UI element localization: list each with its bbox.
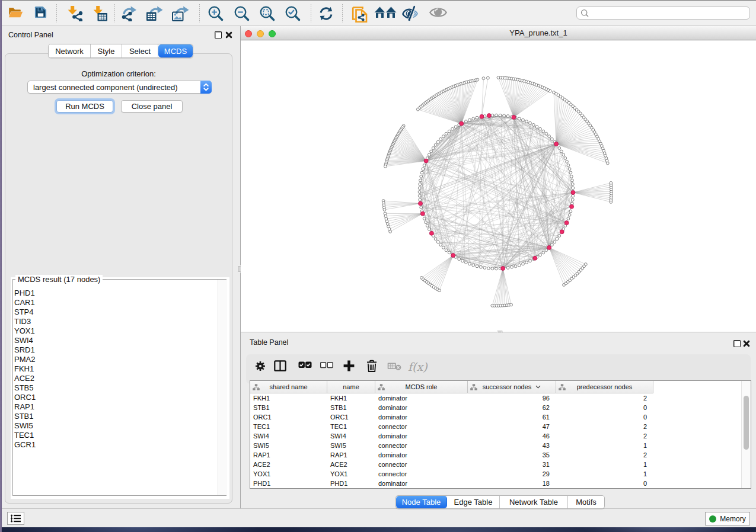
table-scrollbar-thumb[interactable]: [744, 396, 749, 450]
table-row[interactable]: YOX1YOX1connector291: [250, 469, 751, 479]
mcds-result-item[interactable]: YOX1: [13, 326, 215, 336]
zoom-out-icon[interactable]: [234, 5, 250, 22]
vertical-splitter[interactable]: [234, 26, 241, 509]
column-header-predecessor-nodes[interactable]: predecessor nodes: [556, 381, 653, 393]
refresh-icon[interactable]: [318, 5, 334, 22]
table-cell: 61: [468, 414, 556, 421]
open-file-icon[interactable]: [8, 5, 23, 20]
mcds-result-item[interactable]: TID3: [13, 317, 215, 326]
mcds-result-item[interactable]: PMA2: [13, 355, 215, 364]
table-cell: dominator: [375, 432, 468, 440]
column-header-label: name: [343, 383, 359, 390]
tab-edge-table[interactable]: Edge Table: [447, 496, 500, 508]
new-network-from-selection-icon[interactable]: [352, 5, 368, 23]
table-cell: 46: [468, 432, 556, 440]
tab-network-table[interactable]: Network Table: [500, 496, 568, 508]
select-all-checkboxes-icon[interactable]: [298, 361, 312, 369]
table-row[interactable]: ORC1ORC1dominator610: [250, 412, 751, 422]
tab-mcds[interactable]: MCDS: [158, 44, 193, 57]
float-table-panel-button[interactable]: [733, 340, 741, 347]
table-row[interactable]: PHD1PHD1dominator180: [250, 479, 751, 488]
tab-node-table[interactable]: Node Table: [396, 496, 447, 508]
mcds-result-item[interactable]: ACE2: [13, 374, 215, 383]
window-close-icon[interactable]: [245, 30, 252, 37]
mcds-result-item[interactable]: STB1: [13, 412, 215, 421]
criterion-dropdown[interactable]: largest connected component (undirected): [27, 81, 212, 94]
close-panel-button[interactable]: [225, 31, 232, 39]
function-builder-icon[interactable]: f(x): [408, 360, 428, 373]
toolbar-separator: [114, 4, 115, 23]
add-column-icon[interactable]: [343, 360, 355, 372]
save-icon[interactable]: [34, 5, 47, 19]
column-header-shared-name[interactable]: shared name: [250, 381, 327, 393]
mcds-list-scrollbar[interactable]: [218, 280, 227, 495]
hide-selected-icon[interactable]: [402, 5, 420, 21]
zoom-selected-icon[interactable]: [285, 5, 301, 22]
close-table-panel-button[interactable]: [743, 340, 750, 347]
tab-motifs[interactable]: Motifs: [568, 496, 604, 508]
mcds-result-item[interactable]: SWI4: [13, 336, 215, 345]
column-header-MCDS-role[interactable]: MCDS role: [375, 381, 468, 393]
table-cell: 2: [556, 423, 653, 430]
mcds-result-item[interactable]: FKH1: [13, 364, 215, 374]
node-table: shared namenameMCDS rolesuccessor nodesp…: [250, 380, 751, 489]
column-filter-chevron-icon[interactable]: [535, 385, 541, 389]
delete-column-icon[interactable]: [366, 360, 377, 372]
window-zoom-icon[interactable]: [269, 30, 276, 37]
table-row[interactable]: ACE2ACE2connector311: [250, 460, 751, 469]
task-history-button[interactable]: [7, 512, 24, 525]
tab-network[interactable]: Network: [49, 44, 91, 57]
table-row[interactable]: STB1STB1dominator620: [250, 403, 751, 412]
column-header-name[interactable]: name: [327, 381, 375, 393]
tab-select[interactable]: Select: [122, 44, 158, 57]
table-cell: 43: [468, 442, 556, 449]
mcds-result-item[interactable]: GCR1: [13, 440, 215, 450]
import-table-icon[interactable]: [92, 5, 108, 21]
export-network-icon[interactable]: [122, 5, 138, 21]
search-input[interactable]: [589, 9, 749, 17]
table-panel: Table Panel: [241, 333, 756, 509]
table-cell: 1: [556, 442, 653, 449]
show-columns-icon[interactable]: [274, 360, 286, 371]
first-neighbors-icon[interactable]: [374, 5, 397, 20]
memory-status-icon: [709, 515, 716, 523]
table-cell: 0: [556, 480, 653, 487]
deselect-all-checkboxes-icon[interactable]: [320, 362, 333, 369]
mcds-result-item[interactable]: SRD1: [13, 345, 215, 355]
search-field[interactable]: [576, 7, 750, 20]
table-rows: FKH1FKH1dominator962STB1STB1dominator620…: [250, 393, 751, 488]
mcds-result-item[interactable]: CAR1: [13, 298, 215, 307]
mcds-result-item[interactable]: RAP1: [13, 402, 215, 412]
import-network-icon[interactable]: [67, 5, 84, 21]
run-mcds-button[interactable]: Run MCDS: [56, 100, 113, 113]
mcds-result-item[interactable]: SWI5: [13, 421, 215, 431]
delete-table-icon[interactable]: [387, 362, 401, 371]
table-cell: 47: [468, 423, 556, 430]
table-row[interactable]: SWI4SWI4dominator462: [250, 431, 751, 441]
mcds-result-item[interactable]: TEC1: [13, 431, 215, 440]
mcds-result-item[interactable]: STB5: [13, 383, 215, 393]
window-minimize-icon[interactable]: [257, 30, 264, 37]
table-row[interactable]: SWI5SWI5connector431: [250, 441, 751, 450]
export-table-icon[interactable]: [146, 5, 164, 21]
memory-button[interactable]: Memory: [705, 512, 750, 525]
table-row[interactable]: FKH1FKH1dominator962: [250, 393, 751, 403]
table-cell: dominator: [375, 414, 468, 421]
column-header-successor-nodes[interactable]: successor nodes: [468, 381, 556, 393]
export-image-icon[interactable]: [172, 5, 190, 21]
table-row[interactable]: RAP1RAP1dominator352: [250, 450, 751, 460]
table-scrollbar[interactable]: [741, 381, 751, 488]
mcds-result-item[interactable]: STP4: [13, 307, 215, 317]
network-canvas[interactable]: [241, 41, 756, 332]
mcds-result-item[interactable]: ORC1: [13, 393, 215, 402]
close-panel-button-cp[interactable]: Close panel: [121, 100, 183, 113]
column-settings-icon[interactable]: [254, 360, 266, 372]
zoom-in-icon[interactable]: [208, 5, 224, 22]
show-all-icon[interactable]: [429, 5, 447, 20]
mcds-result-item[interactable]: PHD1: [13, 289, 215, 298]
tab-style[interactable]: Style: [91, 44, 122, 57]
float-panel-button[interactable]: [215, 31, 222, 39]
zoom-fit-icon[interactable]: [259, 5, 276, 22]
table-row[interactable]: TEC1TEC1connector472: [250, 422, 751, 431]
mcds-result-list[interactable]: PHD1CAR1STP4TID3YOX1SWI4SRD1PMA2FKH1ACE2…: [13, 289, 215, 450]
